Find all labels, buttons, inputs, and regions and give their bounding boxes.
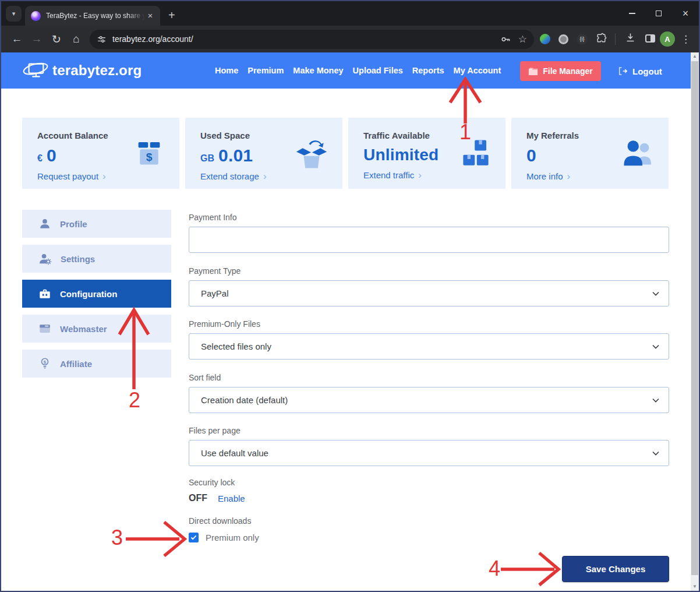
payment-type-label: Payment Type (189, 266, 669, 276)
sort-field-label: Sort field (189, 373, 669, 383)
logo-text: terabytez.org (52, 62, 142, 79)
window-close-button[interactable]: × (672, 1, 699, 26)
svg-text:$: $ (44, 360, 47, 365)
premium-only-files-label: Premium-Only Files (189, 319, 669, 329)
security-lock-field: Security lock OFF Enable (189, 478, 669, 503)
chevron-down-icon (652, 398, 659, 403)
side-panel-icon[interactable] (640, 33, 660, 45)
nav-item-premium[interactable]: Premium (248, 66, 284, 75)
premium-only-files-select[interactable]: Selected files only (189, 333, 669, 360)
site-header: terabytez.org Home Premium Make Money Up… (1, 52, 699, 89)
scrollbar-thumb[interactable] (691, 61, 698, 575)
profile-avatar[interactable]: A (660, 31, 675, 47)
sidebar-item-label: Settings (61, 254, 95, 264)
idm-extension-icon[interactable] (540, 34, 550, 44)
gray-circle-extension-icon[interactable] (558, 34, 568, 44)
back-icon[interactable]: ← (7, 33, 27, 45)
extend-storage-link[interactable]: Extend storage› (200, 171, 328, 181)
browser-menu-icon[interactable]: ⋮ (681, 33, 691, 45)
sidebar-item-affiliate[interactable]: $ Affiliate (22, 350, 171, 378)
security-lock-status: OFF (189, 493, 207, 503)
url-bar[interactable]: terabytez.org/account/ ☆ (90, 30, 534, 49)
site-settings-icon[interactable] (97, 34, 107, 44)
user-gear-icon (38, 252, 52, 266)
sort-field-select[interactable]: Creation date (default) (189, 387, 669, 413)
scroll-up-icon[interactable]: ▲ (691, 52, 699, 61)
svg-text:$: $ (146, 151, 153, 163)
site-logo[interactable]: terabytez.org (22, 60, 142, 81)
bookmark-star-icon[interactable]: ☆ (518, 33, 527, 45)
password-key-icon[interactable] (500, 34, 511, 45)
toolbar-divider (615, 33, 616, 45)
user-icon (38, 217, 51, 230)
direct-downloads-label: Direct downloads (189, 516, 669, 526)
braces-extension-icon[interactable]: {i} (577, 34, 588, 45)
window-icon (38, 322, 51, 335)
check-icon (190, 535, 197, 540)
tab-title: TeraBytez - Easy way to share y (46, 12, 145, 20)
file-manager-button[interactable]: File Manager (520, 61, 601, 81)
payment-info-input[interactable] (189, 227, 669, 253)
sidebar-item-settings[interactable]: Settings (22, 245, 171, 273)
puzzle-extensions-icon[interactable] (596, 33, 607, 46)
tab-search-button[interactable]: ▾ (6, 6, 22, 22)
sidebar-item-profile[interactable]: Profile (22, 210, 171, 238)
annotation-step-4: 4 (486, 558, 503, 579)
more-info-link[interactable]: More info› (526, 171, 655, 181)
bulb-dollar-icon: $ (38, 357, 51, 370)
request-payout-link[interactable]: Request payout› (37, 171, 165, 181)
premium-only-checkbox[interactable] (189, 533, 199, 542)
payment-type-field: Payment Type PayPal (189, 266, 669, 306)
dollar-box-icon: $ (133, 139, 165, 169)
main-menu: Home Premium Make Money Upload Files Rep… (215, 66, 501, 75)
direct-downloads-field: Direct downloads Premium only (189, 516, 669, 542)
url-text[interactable]: terabytez.org/account/ (112, 34, 500, 44)
downloads-icon[interactable] (620, 32, 640, 46)
browser-window: ▾ TeraBytez - Easy way to share y × + × … (0, 0, 700, 592)
extensions-area: {i} (540, 33, 607, 46)
nav-item-upload-files[interactable]: Upload Files (353, 66, 403, 75)
browser-toolbar: ← → ↻ ⌂ terabytez.org/account/ ☆ (1, 26, 699, 52)
window-minimize-button[interactable] (618, 1, 645, 26)
logout-button[interactable]: Logout (617, 61, 662, 81)
nav-item-my-account[interactable]: My Account (454, 66, 501, 75)
reload-icon[interactable]: ↻ (47, 33, 66, 46)
files-per-page-select[interactable]: Use default value (189, 440, 669, 466)
window-maximize-button[interactable] (645, 1, 672, 26)
home-icon[interactable]: ⌂ (66, 33, 86, 45)
browser-tab[interactable]: TeraBytez - Easy way to share y × (25, 6, 160, 26)
chevron-down-icon (652, 291, 659, 296)
premium-only-files-field: Premium-Only Files Selected files only (189, 319, 669, 360)
new-tab-button[interactable]: + (168, 9, 175, 22)
stat-card-used-space: Used Space GB 0.01 Extend storage› (185, 118, 342, 189)
scroll-down-icon[interactable]: ▼ (691, 583, 699, 591)
sidebar-item-label: Affiliate (60, 359, 92, 369)
chevron-down-icon (652, 451, 659, 456)
extend-traffic-link[interactable]: Extend traffic› (363, 170, 492, 180)
nav-item-reports[interactable]: Reports (412, 66, 444, 75)
stat-card-my-referrals: My Referrals 0 More info› (511, 118, 669, 189)
sidebar-item-label: Webmaster (60, 324, 107, 334)
stat-card-account-balance: Account Balance € 0 Request payout› $ (22, 118, 179, 189)
forward-icon: → (27, 33, 47, 45)
folder-icon (528, 67, 538, 76)
browser-tab-strip: ▾ TeraBytez - Easy way to share y × + × (1, 1, 699, 26)
tab-close-icon[interactable]: × (145, 10, 155, 21)
logout-label: Logout (632, 66, 662, 76)
sidebar-item-label: Profile (60, 219, 87, 229)
save-changes-button[interactable]: Save Changes (562, 556, 669, 582)
sidebar-item-label: Configuration (60, 289, 117, 299)
security-lock-enable-link[interactable]: Enable (218, 494, 245, 503)
nav-item-make-money[interactable]: Make Money (293, 66, 343, 75)
sidebar-item-configuration[interactable]: Configuration (22, 280, 171, 308)
page-scrollbar[interactable]: ▲ ▼ (691, 52, 699, 591)
files-per-page-label: Files per page (189, 426, 669, 436)
payment-type-select[interactable]: PayPal (189, 280, 669, 306)
payment-info-label: Payment Info (189, 213, 669, 223)
nav-item-home[interactable]: Home (215, 66, 238, 75)
file-manager-label: File Manager (543, 66, 593, 76)
monitor-logo-icon (22, 60, 49, 81)
site-favicon-icon (31, 11, 41, 21)
annotation-step-3: 3 (108, 527, 126, 548)
sidebar-item-webmaster[interactable]: Webmaster (22, 315, 171, 343)
